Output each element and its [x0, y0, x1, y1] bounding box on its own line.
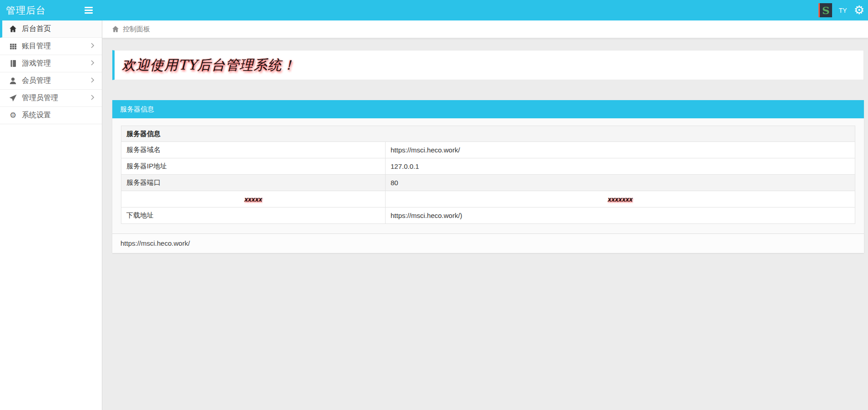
row-value: 80: [386, 175, 855, 191]
breadcrumb: 控制面板: [102, 20, 868, 38]
home-icon: [112, 25, 119, 33]
panel-footer-url: https://msci.heco.work/: [112, 233, 864, 253]
main-content: 控制面板 欢迎使用TY后台管理系统！ 服务器信息 服务器信息 服务器域名: [102, 20, 868, 410]
row-value: 127.0.0.1: [386, 158, 855, 175]
row-label-redacted: xxxxx: [121, 191, 386, 208]
sidebar-item-label: 管理员管理: [22, 93, 58, 103]
user-icon: [9, 77, 17, 85]
table-row: 服务器IP地址 127.0.0.1: [121, 158, 855, 175]
welcome-message: 欢迎使用TY后台管理系统！: [122, 56, 296, 75]
panel-header: 服务器信息: [112, 100, 864, 118]
sidebar-item-label: 账目管理: [22, 41, 51, 51]
welcome-banner: 欢迎使用TY后台管理系统！: [112, 50, 864, 80]
brand-logo-letter: S: [822, 5, 830, 15]
sidebar-toggle-icon[interactable]: [85, 7, 93, 14]
chevron-right-icon: [90, 60, 95, 68]
server-info-panel: 服务器信息 服务器信息 服务器域名 https://msci.heco.work…: [112, 100, 864, 253]
gear-icon: ⚙: [9, 111, 17, 119]
row-label: 下载地址: [121, 208, 386, 224]
sidebar-item-dashboard[interactable]: 后台首页: [0, 20, 102, 38]
app-title: 管理后台: [0, 4, 85, 17]
sidebar-item-admins[interactable]: 管理员管理: [0, 90, 102, 107]
send-icon: [9, 94, 17, 102]
sidebar-item-settings[interactable]: ⚙ 系统设置: [0, 107, 102, 124]
server-info-table: 服务器信息 服务器域名 https://msci.heco.work/ 服务器I…: [121, 126, 855, 224]
table-title-row: 服务器信息: [121, 126, 855, 142]
table-row: xxxxx xxxxxxx: [121, 191, 855, 208]
sidebar-item-members[interactable]: 会员管理: [0, 72, 102, 90]
sidebar-item-label: 后台首页: [22, 24, 51, 34]
table-row: 服务器端口 80: [121, 175, 855, 191]
chevron-right-icon: [90, 77, 95, 85]
row-value: https://msci.heco.work/: [386, 142, 855, 158]
breadcrumb-current[interactable]: 控制面板: [123, 25, 150, 34]
sidebar-item-games[interactable]: 游戏管理: [0, 55, 102, 72]
home-icon: [9, 25, 17, 33]
user-menu[interactable]: TY: [839, 7, 847, 14]
panel-body: 服务器信息 服务器域名 https://msci.heco.work/ 服务器I…: [112, 118, 864, 233]
row-label: 服务器IP地址: [121, 158, 386, 175]
sidebar-item-label: 会员管理: [22, 76, 51, 86]
row-value: https://msci.heco.work/): [386, 208, 855, 224]
table-title: 服务器信息: [121, 126, 855, 142]
grid-icon: [9, 42, 17, 50]
book-icon: [9, 60, 17, 67]
sidebar-item-label: 游戏管理: [22, 59, 51, 68]
chevron-right-icon: [90, 42, 95, 51]
chevron-right-icon: [90, 94, 95, 102]
row-label: 服务器域名: [121, 142, 386, 158]
page-body: 欢迎使用TY后台管理系统！ 服务器信息 服务器信息 服务器域名 https://…: [102, 38, 868, 253]
topbar-right-group: S TY ⚙: [818, 3, 868, 17]
row-value-redacted: xxxxxxx: [386, 191, 855, 208]
row-label: 服务器端口: [121, 175, 386, 191]
settings-gear-icon[interactable]: ⚙: [854, 4, 864, 16]
table-row: 下载地址 https://msci.heco.work/): [121, 208, 855, 224]
top-navbar: 管理后台 S TY ⚙: [0, 0, 868, 20]
sidebar-item-label: 系统设置: [22, 111, 51, 120]
sidebar-item-accounts[interactable]: 账目管理: [0, 38, 102, 55]
brand-logo[interactable]: S: [818, 3, 832, 17]
sidebar: 后台首页 账目管理 游戏管理: [0, 20, 102, 410]
table-row: 服务器域名 https://msci.heco.work/: [121, 142, 855, 158]
